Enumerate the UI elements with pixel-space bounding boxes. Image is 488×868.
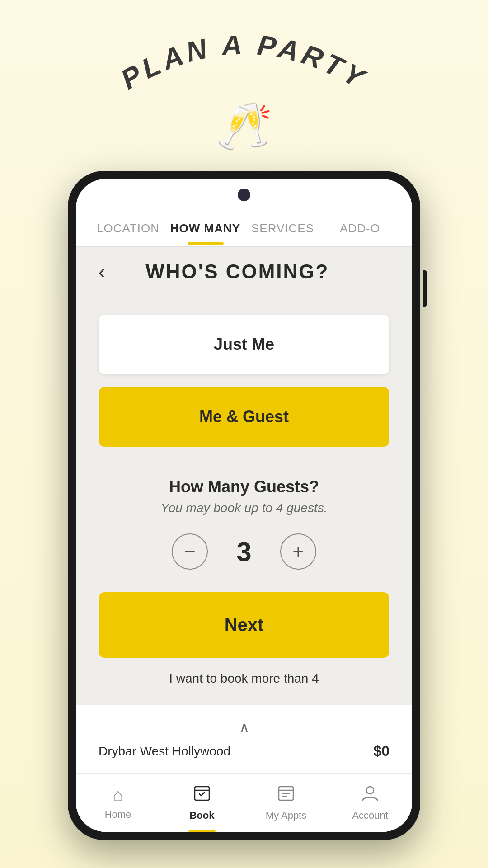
bottom-nav: ⌂ Home Book: [76, 773, 412, 832]
next-button[interactable]: Next: [99, 592, 389, 658]
svg-rect-1: [195, 787, 209, 800]
nav-book-label: Book: [190, 810, 215, 821]
bottom-info-bar: ∧ Drybar West Hollywood $0: [76, 705, 412, 773]
spacer: [99, 292, 389, 315]
guests-section: How Many Guests? You may book up to 4 gu…: [99, 477, 389, 592]
nav-account-label: Account: [352, 810, 388, 821]
svg-text:PLAN A PARTY: PLAN A PARTY: [117, 36, 371, 95]
nav-appointments[interactable]: My Appts: [244, 774, 328, 832]
page-title: WHO'S COMING?: [105, 260, 389, 283]
plan-party-text: PLAN A PARTY: [117, 36, 371, 95]
location-name: Drybar West Hollywood: [99, 744, 230, 759]
phone-frame: LOCATION HOW MANY SERVICES ADD-O ‹ WHO'S…: [68, 171, 420, 840]
main-content: ‹ WHO'S COMING? Just Me Me & Guest How M…: [76, 247, 412, 705]
tab-navigation: LOCATION HOW MANY SERVICES ADD-O: [76, 211, 412, 247]
location-price-row: Drybar West Hollywood $0: [99, 743, 389, 760]
guest-count: 3: [230, 536, 258, 567]
home-icon: ⌂: [113, 785, 123, 805]
nav-home-label: Home: [105, 809, 131, 821]
increment-button[interactable]: +: [280, 533, 316, 570]
svg-point-7: [366, 787, 374, 794]
me-and-guest-button[interactable]: Me & Guest: [99, 387, 389, 447]
decrement-button[interactable]: −: [172, 533, 208, 570]
book-more-link[interactable]: I want to book more than 4: [99, 671, 389, 686]
nav-account[interactable]: Account: [328, 774, 412, 832]
top-area: PLAN A PARTY 🥂: [117, 0, 371, 153]
champagne-glasses-icon: 🥂: [216, 99, 272, 153]
appointments-icon: [277, 784, 295, 806]
counter-row: − 3 +: [172, 533, 316, 570]
just-me-button[interactable]: Just Me: [99, 315, 389, 374]
nav-appts-label: My Appts: [266, 810, 306, 821]
tab-services[interactable]: SERVICES: [244, 217, 321, 240]
tab-how-many[interactable]: HOW MANY: [167, 217, 244, 240]
back-button[interactable]: ‹: [99, 262, 105, 282]
price-display: $0: [373, 743, 389, 760]
account-icon: [361, 784, 379, 806]
tab-add-ons[interactable]: ADD-O: [321, 217, 399, 240]
book-icon: [193, 784, 211, 806]
arched-title-container: PLAN A PARTY: [117, 36, 371, 95]
guests-title: How Many Guests?: [169, 477, 319, 496]
nav-home[interactable]: ⌂ Home: [76, 774, 160, 832]
nav-book[interactable]: Book: [160, 774, 244, 832]
tab-location[interactable]: LOCATION: [89, 217, 167, 240]
back-row: ‹ WHO'S COMING?: [99, 260, 389, 283]
phone-screen: LOCATION HOW MANY SERVICES ADD-O ‹ WHO'S…: [76, 179, 412, 832]
camera-dot: [238, 189, 250, 201]
guests-subtitle: You may book up to 4 guests.: [161, 501, 328, 515]
chevron-up-icon[interactable]: ∧: [99, 719, 389, 736]
notch-area: [76, 179, 412, 211]
